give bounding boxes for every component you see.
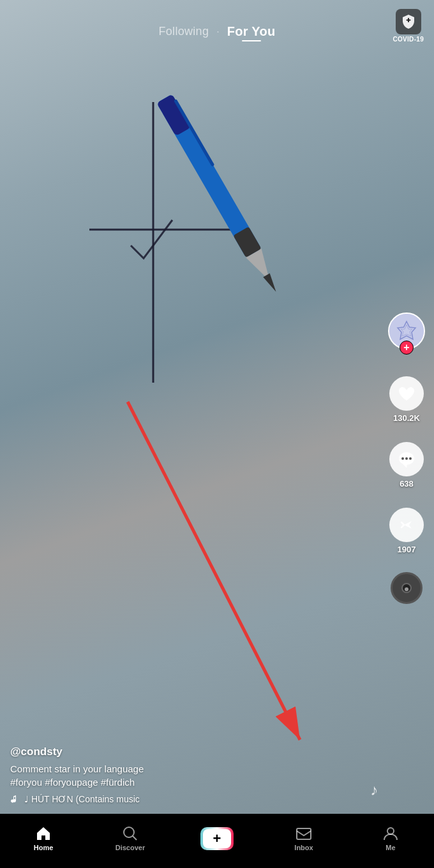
video-info: @condsty Comment star in your language#f… bbox=[10, 746, 380, 804]
video-music[interactable]: ♩ HÚT HƠN (Contains music bbox=[10, 794, 380, 804]
following-tab[interactable]: Following bbox=[159, 25, 209, 38]
svg-point-12 bbox=[401, 457, 404, 460]
follow-plus-button[interactable]: + bbox=[400, 341, 414, 355]
music-name: ♩ HÚT HƠN (Contains music bbox=[24, 794, 140, 804]
svg-line-19 bbox=[133, 836, 137, 840]
creator-avatar[interactable]: + bbox=[388, 313, 425, 349]
covid-shield-icon bbox=[396, 9, 421, 34]
video-description: Comment star in your language#foryou #fo… bbox=[10, 762, 380, 789]
video-content bbox=[26, 51, 345, 500]
add-button[interactable]: + bbox=[200, 827, 234, 850]
bottom-nav: Home Discover + Inbox Me bbox=[0, 814, 434, 868]
foryou-tab[interactable]: For You bbox=[227, 24, 276, 39]
svg-point-13 bbox=[405, 457, 408, 460]
like-count: 130.2K bbox=[393, 413, 420, 423]
discover-label: Discover bbox=[116, 844, 145, 851]
home-label: Home bbox=[34, 844, 54, 851]
covid-label: COVID-19 bbox=[393, 36, 424, 43]
like-icon-wrap bbox=[389, 376, 424, 411]
music-note-small: ♪ bbox=[370, 781, 378, 799]
nav-me[interactable]: Me bbox=[371, 825, 410, 851]
svg-point-14 bbox=[409, 457, 412, 460]
comment-count: 638 bbox=[400, 479, 414, 489]
share-count: 1907 bbox=[398, 545, 416, 554]
svg-point-18 bbox=[124, 827, 134, 837]
svg-marker-6 bbox=[263, 274, 279, 294]
music-disc-inner bbox=[401, 583, 412, 593]
music-disc[interactable] bbox=[391, 572, 423, 604]
nav-discover[interactable]: Discover bbox=[111, 825, 149, 851]
svg-point-21 bbox=[387, 828, 394, 834]
share-icon-wrap bbox=[389, 508, 424, 542]
nav-inbox[interactable]: Inbox bbox=[285, 825, 323, 851]
comment-icon-wrap bbox=[389, 442, 424, 476]
nav-add[interactable]: + bbox=[198, 827, 236, 850]
svg-rect-3 bbox=[156, 94, 191, 136]
add-button-inner: + bbox=[203, 829, 231, 848]
right-actions: + 130.2K 638 bbox=[388, 313, 425, 604]
nav-divider: · bbox=[216, 26, 219, 38]
inbox-label: Inbox bbox=[294, 844, 313, 851]
top-nav: Following · For You bbox=[0, 0, 434, 53]
comment-button[interactable]: 638 bbox=[389, 442, 424, 489]
share-button[interactable]: 1907 bbox=[389, 508, 424, 554]
covid-badge[interactable]: COVID-19 bbox=[393, 9, 424, 43]
svg-point-15 bbox=[405, 587, 408, 591]
svg-rect-20 bbox=[297, 828, 311, 839]
me-label: Me bbox=[385, 844, 395, 851]
like-button[interactable]: 130.2K bbox=[389, 376, 424, 423]
nav-home[interactable]: Home bbox=[24, 825, 63, 851]
video-author[interactable]: @condsty bbox=[10, 746, 380, 758]
